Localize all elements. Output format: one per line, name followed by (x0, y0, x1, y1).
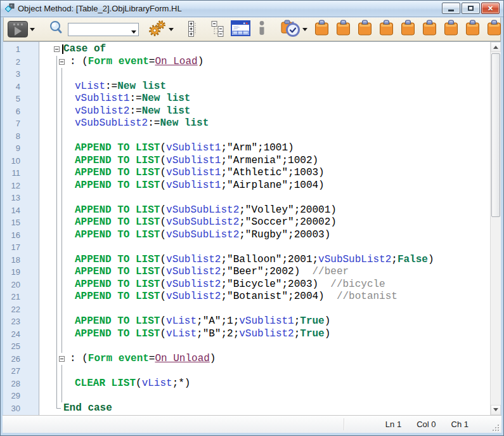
line-number: 10 (3, 155, 20, 168)
code-line[interactable]: 8 (3, 130, 490, 143)
code-line[interactable]: 5vSublist1:=New list (3, 93, 490, 105)
fold-margin (39, 353, 63, 366)
window-title: Object Method: [Table_2].ObjLibraryForm.… (18, 4, 439, 13)
titlebar[interactable]: Object Method: [Table_2].ObjLibraryForm.… (1, 1, 503, 17)
clipboard-button[interactable] (485, 19, 503, 39)
code-line[interactable]: 24APPEND TO LIST(vList;"B";2;vSublist2;T… (3, 328, 490, 341)
code-line[interactable]: 17 (3, 241, 490, 254)
code-line[interactable]: 19APPEND TO LIST(vSublist2;"Beer";2002) … (3, 266, 490, 279)
code-line[interactable]: 21APPEND TO LIST(vSublist2;"Botanist";20… (3, 291, 490, 303)
macros-dropdown-caret-icon (169, 28, 174, 34)
code-line[interactable]: 23APPEND TO LIST(vList;"A";1;vSublist1;T… (3, 315, 490, 328)
fold-line (61, 155, 62, 168)
minimize-button[interactable] (442, 3, 460, 14)
clipboard-button[interactable] (463, 19, 482, 39)
run-method-button[interactable] (6, 20, 36, 38)
code-line[interactable]: 6vSublist2:=New list (3, 105, 490, 118)
fold-margin (39, 93, 63, 105)
line-number: 23 (3, 315, 20, 328)
code-line[interactable]: 29 (3, 390, 490, 402)
close-button[interactable]: ✕ (481, 3, 500, 14)
form-button[interactable] (229, 20, 252, 39)
vertical-scrollbar[interactable] (490, 42, 501, 415)
line-number: 2 (3, 56, 20, 69)
last-clipboard-button[interactable] (279, 19, 309, 40)
macros-button[interactable] (146, 19, 175, 40)
line-number: 21 (3, 291, 20, 303)
info-icon (257, 20, 266, 39)
fold-line (56, 229, 57, 242)
scroll-up-button[interactable] (491, 42, 501, 52)
fold-line (56, 216, 57, 229)
code-line[interactable]: 14APPEND TO LIST(vSubSubList2;"Volley";2… (3, 204, 490, 217)
search-input[interactable] (68, 23, 139, 36)
search-dropdown-caret-icon[interactable] (131, 30, 136, 36)
collapse-all-button[interactable] (208, 20, 226, 39)
code-text: : (Form event=On Unload) (63, 353, 490, 366)
code-area[interactable]: 1Case of2: (Form event=On Load)34vList:=… (3, 42, 490, 415)
code-line[interactable]: 3 (3, 68, 490, 81)
code-text: APPEND TO LIST(vSublist1;"Athletic";1003… (63, 167, 490, 180)
scroll-thumb[interactable] (491, 53, 500, 217)
code-line[interactable]: 11APPEND TO LIST(vSublist1;"Athletic";10… (3, 167, 490, 180)
line-number: 17 (3, 241, 20, 254)
code-line[interactable]: 28CLEAR LIST(vList;*) (3, 378, 490, 390)
code-line[interactable]: 16APPEND TO LIST(vSubSubList2;"Rugby";20… (3, 229, 490, 242)
code-line[interactable]: 9APPEND TO LIST(vSublist1;"Arm";1001) (3, 142, 490, 155)
line-number: 20 (3, 279, 20, 291)
clipboard-button[interactable] (420, 19, 439, 39)
expand-all-button[interactable] (186, 20, 204, 39)
clipboard-button[interactable] (377, 19, 396, 39)
status-line: Ln 1 (385, 419, 401, 429)
code-line[interactable]: 13 (3, 192, 490, 204)
gears-icon (148, 20, 167, 39)
code-text: APPEND TO LIST(vSublist1;"Armenia";1002) (63, 155, 490, 168)
code-line[interactable]: 12APPEND TO LIST(vSublist1;"Airplane";10… (3, 180, 490, 192)
clipboard-button[interactable] (356, 19, 374, 39)
fold-margin (39, 142, 63, 155)
fold-margin (39, 180, 63, 192)
maximize-button[interactable] (462, 3, 480, 14)
code-line[interactable]: 27 (3, 365, 490, 378)
fold-toggle[interactable] (54, 46, 60, 52)
code-line[interactable]: 15APPEND TO LIST(vSubSubList2;"Soccer";2… (3, 216, 490, 229)
fold-margin (39, 328, 63, 341)
clipboard-strip (313, 19, 503, 39)
fold-margin (39, 291, 63, 303)
fold-line (61, 315, 62, 328)
code-line[interactable]: 20APPEND TO LIST(vSublist2;"Bicycle";200… (3, 279, 490, 291)
fold-line (56, 266, 57, 279)
code-text: APPEND TO LIST(vSublist1;"Airplane";1004… (63, 180, 490, 192)
code-line[interactable]: 18APPEND TO LIST(vSublist2;"Balloon";200… (3, 254, 490, 267)
code-line[interactable]: 30End case (3, 402, 490, 415)
clipboard-button[interactable] (399, 19, 417, 39)
code-line[interactable]: 26: (Form event=On Unload) (3, 353, 490, 366)
status-separator (344, 418, 344, 430)
fold-line (56, 180, 57, 192)
scroll-track[interactable] (491, 52, 501, 405)
clipboard-icon (314, 20, 330, 39)
code-line[interactable]: 4vList:=New list (3, 81, 490, 93)
clipboard-icon (486, 20, 502, 39)
line-number: 26 (3, 353, 20, 366)
clipboard-button[interactable] (442, 19, 460, 39)
fold-line (56, 93, 57, 105)
clipboard-button[interactable] (313, 19, 331, 39)
code-line[interactable]: 1Case of (3, 43, 490, 56)
code-text (63, 68, 490, 81)
code-line[interactable]: 22 (3, 303, 490, 316)
code-line[interactable]: 2: (Form event=On Load) (3, 56, 490, 69)
code-line[interactable]: 7vSubSubList2:=New list (3, 117, 490, 130)
clipboard-button[interactable] (334, 19, 352, 39)
clipboard-icon (378, 20, 394, 39)
fold-line (56, 192, 57, 204)
code-text: vSublist1:=New list (63, 93, 490, 105)
code-line[interactable]: 10APPEND TO LIST(vSublist1;"Armenia";100… (3, 155, 490, 168)
scroll-down-button[interactable] (491, 405, 501, 415)
fold-line (56, 105, 57, 118)
code-line[interactable]: 25 (3, 340, 490, 353)
line-number: 28 (3, 378, 20, 390)
resize-grip[interactable] (491, 423, 499, 431)
fold-margin (39, 130, 63, 143)
info-button[interactable] (256, 20, 268, 39)
